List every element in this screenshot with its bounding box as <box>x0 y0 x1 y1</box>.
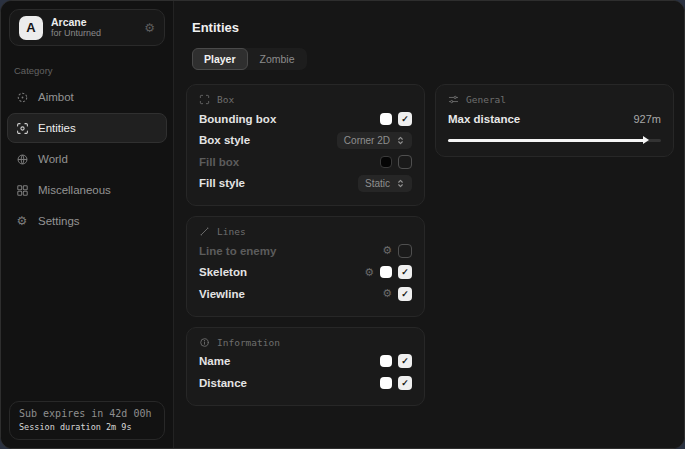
tab-zombie[interactable]: Zombie <box>248 48 307 70</box>
setting-row-fill-style: Fill style Static <box>199 173 412 195</box>
brand-gear-icon[interactable]: ⚙ <box>144 22 155 34</box>
panel-lines: Lines Line to enemy ⚙ Skeleton ⚙ <box>186 216 425 317</box>
checkbox[interactable]: ✓ <box>398 265 412 279</box>
fill-style-dropdown[interactable]: Static <box>358 175 412 192</box>
sidebar-item-label: Aimbot <box>38 91 74 103</box>
setting-row-line-to-enemy: Line to enemy ⚙ <box>199 240 412 262</box>
sidebar-item-label: Miscellaneous <box>38 184 111 196</box>
corners-icon <box>199 94 210 105</box>
color-swatch[interactable] <box>380 156 392 168</box>
panel-title: Box <box>217 94 234 105</box>
checkbox[interactable] <box>398 155 412 169</box>
color-swatch[interactable] <box>380 355 392 367</box>
panel-title: Lines <box>217 226 246 237</box>
sidebar-item-label: Entities <box>38 122 76 134</box>
panel-general: General Max distance 927m <box>435 84 674 157</box>
main-content: Entities Player Zombie Box <box>174 1 685 448</box>
grid-icon <box>15 184 29 197</box>
gear-icon[interactable]: ⚙ <box>364 267 374 278</box>
tab-player[interactable]: Player <box>192 48 248 70</box>
category-label: Category <box>14 65 160 76</box>
max-distance-slider[interactable] <box>448 135 661 145</box>
app-logo: A <box>19 16 43 40</box>
setting-row-name: Name ✓ <box>199 351 412 373</box>
sidebar-item-miscellaneous[interactable]: Miscellaneous <box>7 175 167 205</box>
checkbox[interactable] <box>398 244 412 258</box>
app-subtitle: for Unturned <box>51 28 136 39</box>
slider-value: 927m <box>633 113 661 125</box>
crosshair-icon <box>15 91 29 104</box>
setting-row-distance: Distance ✓ <box>199 372 412 394</box>
app-title: Arcane <box>51 16 136 29</box>
gear-icon[interactable]: ⚙ <box>382 288 392 299</box>
chevron-up-down-icon <box>396 179 405 188</box>
setting-row-fill-box: Fill box <box>199 151 412 173</box>
sub-expiry-text: Sub expires in 42d 00h <box>19 408 155 419</box>
setting-row-viewline: Viewline ⚙ ✓ <box>199 283 412 305</box>
sidebar-item-aimbot[interactable]: Aimbot <box>7 82 167 112</box>
checkbox[interactable]: ✓ <box>398 112 412 126</box>
slider-fill <box>448 139 645 142</box>
subscription-card: Sub expires in 42d 00h Session duration … <box>9 401 165 440</box>
panel-title: Information <box>217 337 280 348</box>
panel-box: Box Bounding box ✓ Box style Corn <box>186 84 425 206</box>
sidebar-item-label: World <box>38 153 68 165</box>
setting-row-box-style: Box style Corner 2D <box>199 130 412 152</box>
page-title: Entities <box>192 20 674 35</box>
color-swatch[interactable] <box>380 377 392 389</box>
sliders-icon <box>448 94 459 105</box>
entity-tabs: Player Zombie <box>192 48 307 70</box>
scan-icon <box>15 122 29 135</box>
box-style-dropdown[interactable]: Corner 2D <box>337 132 412 149</box>
color-swatch[interactable] <box>380 113 392 125</box>
sidebar-item-world[interactable]: World <box>7 144 167 174</box>
chevron-up-down-icon <box>396 136 405 145</box>
setting-row-bounding-box: Bounding box ✓ <box>199 108 412 130</box>
checkbox[interactable]: ✓ <box>398 354 412 368</box>
slider-thumb[interactable] <box>643 136 649 144</box>
gear-icon[interactable]: ⚙ <box>382 245 392 256</box>
panel-information: Information Name ✓ Distance ✓ <box>186 327 425 406</box>
setting-row-skeleton: Skeleton ⚙ ✓ <box>199 262 412 284</box>
brand-card: A Arcane for Unturned ⚙ <box>9 9 165 46</box>
sidebar: A Arcane for Unturned ⚙ Category Aimbot <box>1 1 174 448</box>
session-duration-text: Session duration 2m 9s <box>19 422 155 432</box>
panel-title: General <box>466 94 506 105</box>
sidebar-item-settings[interactable]: ⚙ Settings <box>7 206 167 236</box>
app-window: A Arcane for Unturned ⚙ Category Aimbot <box>0 0 685 449</box>
info-icon <box>199 337 210 348</box>
color-swatch[interactable] <box>380 266 392 278</box>
sidebar-item-entities[interactable]: Entities <box>7 113 167 143</box>
checkbox[interactable]: ✓ <box>398 376 412 390</box>
sidebar-nav: Aimbot Entities World <box>1 82 173 237</box>
diagonal-line-icon <box>199 226 210 237</box>
checkbox[interactable]: ✓ <box>398 287 412 301</box>
sidebar-item-label: Settings <box>38 215 80 227</box>
gear-icon: ⚙ <box>15 215 29 227</box>
setting-row-max-distance: Max distance 927m <box>448 108 661 130</box>
globe-icon <box>15 153 29 166</box>
